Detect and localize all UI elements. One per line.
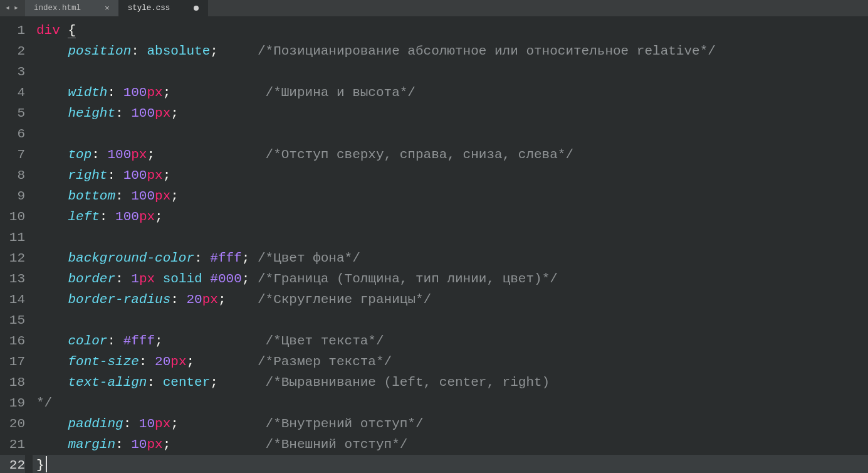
css-property: height xyxy=(68,106,115,120)
css-number: 100 xyxy=(123,85,147,100)
line-number: 12 xyxy=(0,248,25,268)
code-line: border: 1px solid #000; /*Граница (Толщи… xyxy=(33,268,868,289)
code-line: padding: 10px; /*Внутрений отступ*/ xyxy=(33,413,868,434)
tab-label: style.css xyxy=(128,4,170,13)
line-number: 9 xyxy=(0,186,25,206)
css-property: padding xyxy=(68,417,123,431)
code-line: margin: 10px; /*Внешний отступ*/ xyxy=(33,434,868,455)
close-icon[interactable]: × xyxy=(105,4,110,13)
line-number: 1 xyxy=(0,20,25,41)
text-cursor xyxy=(46,456,47,472)
code-line: height: 100px; xyxy=(33,103,868,124)
css-comment: /*Отступ сверху, справа, сниза, слева*/ xyxy=(266,147,573,162)
code-line: */ xyxy=(33,393,868,413)
css-unit: px xyxy=(139,210,155,224)
code-line xyxy=(33,310,868,331)
line-number: 10 xyxy=(0,206,25,227)
code-line xyxy=(33,61,868,82)
css-number: 10 xyxy=(139,417,155,431)
code-line: text-align: center; /*Выравнивание (left… xyxy=(33,372,868,393)
code-line xyxy=(33,124,868,144)
css-comment: /*Внешний отступ*/ xyxy=(266,437,408,452)
line-number: 5 xyxy=(0,103,25,124)
tab-style-css[interactable]: style.css xyxy=(119,0,209,16)
code-line: color: #fff; /*Цвет текста*/ xyxy=(33,331,868,351)
line-number: 7 xyxy=(0,144,25,165)
css-unit: px xyxy=(131,147,147,162)
css-comment: /*Размер текста*/ xyxy=(258,354,392,369)
css-value: center xyxy=(163,375,211,390)
nav-back-icon[interactable]: ◂ xyxy=(5,5,11,11)
line-number-gutter: 12345678910111213141516171819202122 xyxy=(0,16,33,473)
css-number: 100 xyxy=(107,147,131,162)
line-number: 3 xyxy=(0,61,25,82)
css-comment: /*Выравнивание (left, center, right) xyxy=(266,375,550,390)
css-value: #fff xyxy=(123,334,155,348)
brace-open: { xyxy=(68,23,76,38)
code-line: top: 100px; /*Отступ сверху, справа, сни… xyxy=(33,144,868,165)
editor: 12345678910111213141516171819202122 div … xyxy=(0,16,868,473)
css-number: 100 xyxy=(131,189,155,203)
line-number: 21 xyxy=(0,434,25,455)
code-line: background-color: #fff; /*Цвет фона*/ xyxy=(33,248,868,268)
css-number: 100 xyxy=(115,210,139,224)
css-property: bottom xyxy=(68,189,115,203)
css-property: right xyxy=(68,168,107,183)
code-line: bottom: 100px; xyxy=(33,186,868,206)
css-property: top xyxy=(68,147,92,162)
css-comment: /*Скругление границы*/ xyxy=(258,292,431,307)
css-comment: /*Цвет фона*/ xyxy=(258,251,360,265)
css-comment: */ xyxy=(36,396,52,410)
line-number: 18 xyxy=(0,372,25,393)
css-comment: /*Ширина и высота*/ xyxy=(266,85,416,100)
css-number: 100 xyxy=(131,106,155,120)
css-unit: px xyxy=(147,437,162,452)
line-number: 17 xyxy=(0,351,25,372)
code-line: font-size: 20px; /*Размер текста*/ xyxy=(33,351,868,372)
line-number: 19 xyxy=(0,393,25,413)
code-line: position: absolute; /*Позицианирование а… xyxy=(33,41,868,61)
nav-arrows: ◂ ▸ xyxy=(0,0,25,16)
css-comment: /*Граница (Толщина, тип линии, цвет)*/ xyxy=(258,272,558,286)
css-property: position xyxy=(68,44,131,58)
css-number: 100 xyxy=(123,168,147,183)
css-value: #fff xyxy=(210,251,241,265)
nav-forward-icon[interactable]: ▸ xyxy=(14,5,20,11)
line-number: 6 xyxy=(0,124,25,144)
css-property: color xyxy=(68,334,107,348)
title-bar: ◂ ▸ index.html × style.css xyxy=(0,0,868,16)
css-number: 20 xyxy=(155,354,170,369)
line-number: 14 xyxy=(0,289,25,310)
tab-label: index.html xyxy=(34,4,81,13)
css-number: 10 xyxy=(131,437,147,452)
css-unit: px xyxy=(155,417,170,431)
css-property: border xyxy=(68,272,115,286)
css-property: border-radius xyxy=(68,292,170,307)
css-property: text-align xyxy=(68,375,147,390)
line-number: 4 xyxy=(0,82,25,103)
code-line xyxy=(33,227,868,248)
css-property: width xyxy=(68,85,107,100)
css-comment: /*Внутрений отступ*/ xyxy=(266,417,424,431)
code-line: width: 100px; /*Ширина и высота*/ xyxy=(33,82,868,103)
css-number: 20 xyxy=(186,292,202,307)
css-property: margin xyxy=(68,437,115,452)
css-unit: px xyxy=(155,189,170,203)
code-line: div { xyxy=(33,20,868,41)
brace-close: } xyxy=(36,458,44,472)
css-selector: div xyxy=(36,23,60,38)
line-number: 22 xyxy=(0,455,25,473)
code-area[interactable]: div { position: absolute; /*Позицианиров… xyxy=(33,16,868,473)
css-unit: px xyxy=(147,85,162,100)
css-property: background-color xyxy=(68,251,194,265)
tab-index-html[interactable]: index.html × xyxy=(25,0,119,16)
css-property: font-size xyxy=(68,354,139,369)
line-number: 8 xyxy=(0,165,25,186)
css-comment: /*Цвет текста*/ xyxy=(266,334,384,348)
code-line: right: 100px; xyxy=(33,165,868,186)
dirty-indicator-icon xyxy=(194,6,199,11)
css-property: left xyxy=(68,210,99,224)
line-number: 13 xyxy=(0,268,25,289)
css-unit: px xyxy=(155,106,170,120)
code-line: left: 100px; xyxy=(33,206,868,227)
